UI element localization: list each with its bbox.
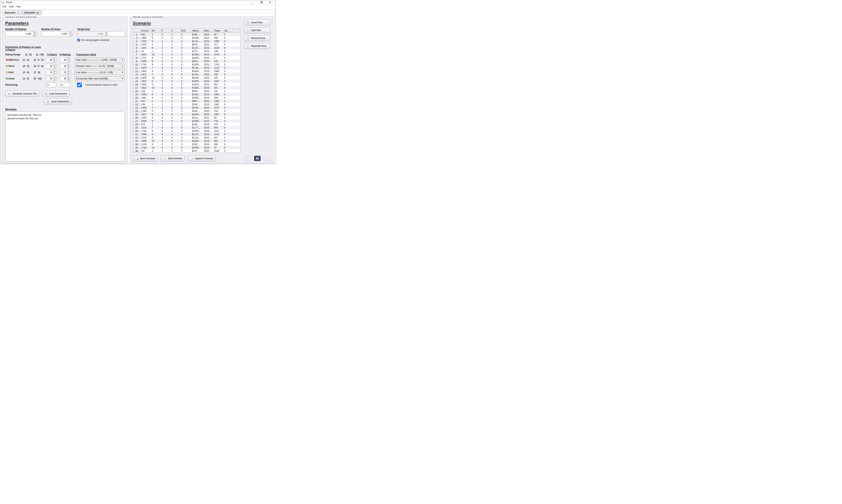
- spin-up-icon[interactable]: ▲: [53, 76, 56, 79]
- num-ratings-input[interactable]: [5, 32, 33, 36]
- table-row[interactable]: 410785222$675....2015:...5170: [133, 43, 240, 46]
- pct-ratings-input[interactable]: [60, 58, 67, 62]
- table-row[interactable]: 2913147433$1.77....2016:...8540: [133, 126, 240, 129]
- pct-ratings-spinner[interactable]: ▲▼: [60, 64, 71, 69]
- table-row[interactable]: 1314217344$1.85....2015:...3380: [133, 73, 240, 76]
- table-row[interactable]: 1017569554$1000...2015:...17430: [133, 63, 240, 66]
- pct-ratings-spinner[interactable]: ▲▼: [60, 70, 71, 75]
- table-row[interactable]: 817229544$1000...2015:...00: [133, 56, 240, 59]
- close-button[interactable]: [266, 0, 274, 4]
- table-row[interactable]: 3114988444$0.10....2016:...11320: [133, 132, 240, 136]
- spin-up-icon[interactable]: ▲: [53, 64, 56, 66]
- spin-up-icon[interactable]: ▲: [67, 58, 70, 60]
- table-row[interactable]: 3017849445$1000...2016:...15120: [133, 129, 240, 132]
- save-file-button[interactable]: [254, 156, 261, 161]
- table-row[interactable]: 183252222$580....2015:...5420: [133, 89, 240, 93]
- spin-down-icon[interactable]: ▼: [67, 73, 70, 75]
- table-header[interactable]: C: [171, 29, 180, 33]
- redo-button[interactable]: [264, 156, 270, 161]
- pct-raters-input[interactable]: [46, 76, 53, 81]
- spin-down-icon[interactable]: ▼: [53, 73, 56, 75]
- pct-raters-spinner[interactable]: ▲▼: [46, 70, 56, 75]
- table-row[interactable]: 2314687343$3.09....2015:...19710: [133, 106, 240, 109]
- menu-run[interactable]: Run: [15, 5, 22, 8]
- pct-ratings-spinner[interactable]: ▲▼: [60, 57, 71, 62]
- table-row[interactable]: 15921212$196....2015:...600: [133, 33, 240, 36]
- table-row[interactable]: 17182210445$1000...2015:...1810: [133, 86, 240, 89]
- table-row[interactable]: 514318343$1.25....2015:...10240: [133, 46, 240, 50]
- table-header[interactable]: P: [161, 29, 171, 33]
- use-usd-checkbox[interactable]: Use transaction values in USD: [74, 83, 118, 87]
- table-header[interactable]: Source: [140, 29, 151, 33]
- messages-box[interactable]: Generated scenario file: Test.sce. Opene…: [5, 111, 125, 161]
- spin-down-icon[interactable]: ▼: [53, 60, 56, 62]
- maximize-button[interactable]: [257, 0, 266, 4]
- pct-raters-input[interactable]: [46, 58, 53, 62]
- split-row-button[interactable]: Split Row: [244, 28, 270, 33]
- pct-ratings-input[interactable]: [60, 64, 67, 68]
- table-row[interactable]: 2516749454$1000...2015:...15670: [133, 113, 240, 116]
- tab-simulator[interactable]: Simulator: [22, 11, 41, 15]
- edit-scenario-button[interactable]: Edit Scenario: [161, 156, 185, 161]
- table-row[interactable]: 1518229554$1000...2015:...19420: [133, 79, 240, 83]
- set-random-input[interactable]: [77, 39, 80, 41]
- table-row[interactable]: 6442221$772....2015:...1980: [133, 50, 240, 53]
- spin-up-icon[interactable]: ▲: [33, 32, 36, 34]
- pct-ratings-input[interactable]: [60, 70, 67, 74]
- pct-raters-input[interactable]: [46, 64, 53, 68]
- menu-file[interactable]: File: [1, 5, 7, 8]
- table-row[interactable]: 3215158343$3.10....2016:...9270: [133, 136, 240, 139]
- table-row[interactable]: 2718369555$1000...2015:...7190: [133, 119, 240, 123]
- spin-up-icon[interactable]: ▲: [67, 76, 70, 79]
- tab-generator[interactable]: Generator: [2, 11, 22, 15]
- menu-edit[interactable]: Edit: [8, 5, 15, 8]
- minimize-button[interactable]: [249, 0, 257, 4]
- table-row[interactable]: 2411965222$168....2015:...3180: [133, 109, 240, 113]
- pct-raters-spinner[interactable]: ▲▼: [46, 57, 56, 62]
- table-row[interactable]: 1218829555$1000...2015:...16850: [133, 69, 240, 73]
- pct-raters-input[interactable]: [46, 70, 53, 74]
- num-users-input[interactable]: [41, 32, 69, 36]
- table-header[interactable]: [133, 29, 140, 33]
- num-ratings-spinner[interactable]: ▲▼: [5, 31, 36, 36]
- spin-down-icon[interactable]: ▼: [67, 66, 70, 69]
- txn-value-select[interactable]: Low value -----------------[0.1$ , 3.9$]…: [74, 70, 125, 75]
- replicate-row-button[interactable]: Replicate Row: [244, 43, 270, 49]
- insert-row-button[interactable]: Insert Row: [244, 20, 270, 25]
- undo-button[interactable]: [244, 156, 251, 161]
- table-row[interactable]: 286731111$164....2016:...5700: [133, 123, 240, 126]
- table-row[interactable]: 14160910444$1000...2015:...2930: [133, 76, 240, 79]
- spin-up-icon[interactable]: ▲: [67, 70, 70, 73]
- table-header[interactable]: Value(...: [191, 29, 203, 33]
- table-header[interactable]: Date-...: [203, 29, 213, 33]
- table-row[interactable]: 3411384323$150....2016:...8940: [133, 143, 240, 146]
- table-row[interactable]: 33199610444$1000...2016:...8630: [133, 139, 240, 143]
- txn-value-select[interactable]: Random value ----------[0.1$ , 1000$]▼: [74, 64, 125, 69]
- save-parameters-button[interactable]: Save Parameters: [44, 98, 72, 105]
- table-row[interactable]: 35172910445$1000...2016:...320: [133, 146, 240, 149]
- table-row[interactable]: 218221121$967....2015:...14800: [133, 100, 240, 103]
- generate-scenario-button[interactable]: Generate Scenario File: [5, 91, 39, 96]
- spin-up-icon[interactable]: ▲: [53, 70, 56, 73]
- spin-down-icon[interactable]: ▼: [69, 34, 72, 36]
- spin-up-icon[interactable]: ▲: [53, 58, 56, 60]
- txn-value-select[interactable]: High value ------------------[100$ , 100…: [74, 57, 125, 62]
- remove-row-button[interactable]: Remove Row: [244, 35, 270, 41]
- pct-ratings-input[interactable]: [60, 76, 67, 81]
- set-random-checkbox[interactable]: Set rating targets randomly: [77, 39, 125, 41]
- spin-down-icon[interactable]: ▼: [53, 79, 56, 81]
- table-header[interactable]: SHC: [180, 29, 191, 33]
- load-parameters-button[interactable]: Load Parameters: [42, 91, 70, 96]
- table-row[interactable]: 313328333$1.02....2015:...10900: [133, 39, 240, 43]
- table-row[interactable]: 362673212$9722016:16480: [133, 149, 240, 152]
- table-row[interactable]: 221641112$106....2015:...14020: [133, 103, 240, 106]
- spin-down-icon[interactable]: ▼: [67, 79, 70, 81]
- num-users-spinner[interactable]: ▲▼: [41, 31, 72, 36]
- table-row[interactable]: 910586333$255....2015:...4160: [133, 59, 240, 63]
- table-row[interactable]: 1114757444$3.36....2015:...11100: [133, 66, 240, 69]
- table-row[interactable]: 219699455$1000...2015:...4550: [133, 36, 240, 39]
- spin-up-icon[interactable]: ▲: [69, 32, 72, 34]
- save-scenario-button[interactable]: Save Scenario: [133, 156, 158, 161]
- table-row[interactable]: 1619829455$1000...2015:...9510: [133, 83, 240, 86]
- table-body[interactable]: 15921212$196....2015:...600219699455$100…: [133, 33, 240, 152]
